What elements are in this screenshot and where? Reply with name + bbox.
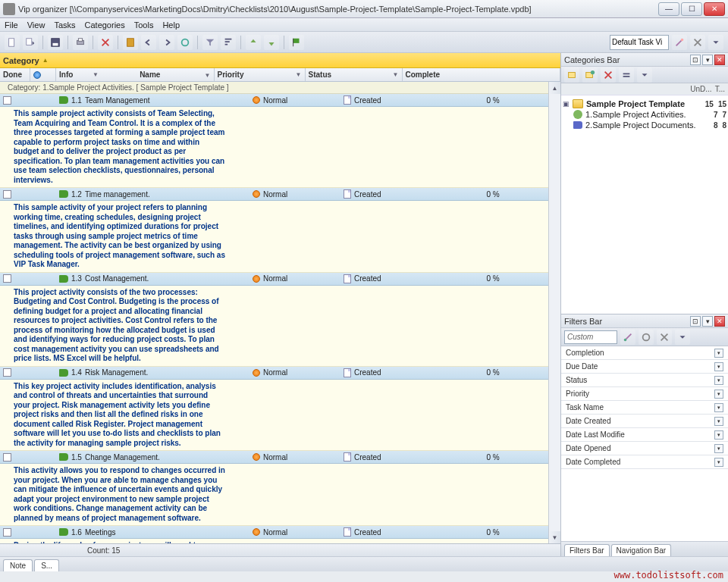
new-button[interactable] — [5, 35, 20, 50]
grid-scrollbar[interactable]: ▲ ▼ — [548, 82, 560, 543]
tab-navigation-bar[interactable]: Navigation Bar — [611, 544, 672, 556]
tree-node[interactable]: 2.Sample Project Documents.88 — [563, 120, 726, 130]
task-row[interactable]: 1.6 MeetingsNormalCreated0 % — [0, 526, 548, 539]
clear-button[interactable] — [690, 35, 705, 50]
priority-label: Normal — [263, 453, 287, 462]
task-num: 1.5 — [71, 453, 82, 462]
task-row[interactable]: 1.3 Cost Management.NormalCreated0 % — [0, 273, 548, 286]
save-button[interactable] — [48, 35, 63, 50]
cat-delete-icon[interactable] — [601, 67, 616, 83]
menu-tasks[interactable]: Tasks — [54, 20, 75, 30]
task-num: 1.2 — [71, 190, 82, 199]
filter-row[interactable]: Date Opened▾ — [561, 442, 728, 455]
new-dropdown-button[interactable] — [23, 35, 38, 50]
filters-pin-button[interactable]: ⊡ — [690, 316, 701, 327]
category-bar[interactable]: Category▲ — [0, 53, 560, 68]
cat-expand-icon[interactable] — [619, 67, 634, 83]
column-name-group: Info▼ Name ▼ — [56, 68, 215, 81]
menu-tools[interactable]: Tools — [134, 20, 154, 30]
tab-filters-bar[interactable]: Filters Bar — [564, 544, 610, 556]
chevron-down-icon[interactable]: ▾ — [714, 430, 723, 440]
flag-button[interactable] — [289, 35, 304, 50]
column-status[interactable]: Status▼ — [306, 68, 403, 81]
column-complete[interactable]: Complete — [403, 68, 561, 81]
scroll-down-arrow[interactable]: ▼ — [549, 531, 560, 543]
svg-rect-11 — [569, 72, 576, 77]
wand-button[interactable] — [672, 35, 687, 50]
delete-button[interactable] — [98, 35, 113, 50]
task-row[interactable]: 1.2 Time management.NormalCreated0 % — [0, 188, 548, 201]
info-icon — [33, 71, 41, 79]
column-done[interactable]: Done — [0, 68, 30, 81]
checkbox-icon[interactable] — [3, 190, 11, 199]
filter-row[interactable]: Date Completed▾ — [561, 455, 728, 469]
panel-pin-button[interactable]: ⊡ — [690, 55, 701, 65]
redo-button[interactable] — [159, 35, 174, 50]
sort-button[interactable] — [221, 35, 236, 50]
tree-node[interactable]: 1.Sample Project Activities.77 — [563, 109, 726, 120]
subcategory-row[interactable]: Category: 1.Sample Project Activities. [… — [0, 82, 548, 94]
maximize-button[interactable]: ☐ — [681, 2, 702, 16]
menu-file[interactable]: File — [5, 20, 18, 30]
priority-label: Normal — [263, 96, 287, 105]
cat-more-icon[interactable] — [637, 67, 652, 83]
checkbox-icon[interactable] — [3, 368, 11, 377]
filter-row[interactable]: Status▾ — [561, 374, 728, 387]
chevron-down-icon[interactable]: ▾ — [714, 362, 723, 371]
filters-close-button[interactable]: ✕ — [714, 316, 725, 327]
filter-button[interactable] — [202, 35, 218, 50]
chevron-down-icon[interactable]: ▾ — [714, 390, 723, 399]
menu-categories[interactable]: Categories — [85, 20, 125, 30]
filter-apply-icon[interactable] — [620, 330, 635, 345]
filter-row[interactable]: Priority▾ — [561, 387, 728, 401]
flag-icon — [59, 528, 68, 536]
cat-new-icon[interactable] — [564, 67, 579, 83]
column-info[interactable] — [30, 68, 56, 81]
menu-view[interactable]: View — [27, 20, 46, 30]
task-row[interactable]: 1.1 Team ManagementNormalCreated0 % — [0, 94, 548, 107]
filter-preset-combo[interactable]: Custom — [564, 330, 617, 344]
tab-note[interactable]: Note — [3, 559, 33, 571]
filter-row[interactable]: Completion▾ — [561, 346, 728, 360]
task-row[interactable]: 1.5 Change Management.NormalCreated0 % — [0, 451, 548, 464]
minimize-button[interactable]: — — [658, 2, 679, 16]
panel-dropdown-button[interactable]: ▾ — [702, 55, 713, 65]
chevron-down-icon[interactable]: ▾ — [714, 417, 723, 426]
clipboard-button[interactable] — [123, 35, 138, 50]
scroll-up-arrow[interactable]: ▲ — [549, 82, 560, 94]
dropdown-button[interactable] — [708, 35, 723, 50]
chevron-down-icon[interactable]: ▾ — [714, 458, 723, 467]
filter-row[interactable]: Date Created▾ — [561, 415, 728, 428]
cat-edit-icon[interactable] — [582, 67, 598, 83]
filter-row[interactable]: Due Date▾ — [561, 360, 728, 374]
column-priority[interactable]: Priority▼ — [215, 68, 306, 81]
close-button[interactable]: ✕ — [704, 2, 725, 16]
checkbox-icon[interactable] — [3, 96, 11, 105]
tree-node[interactable]: ▣Sample Project Template1515 — [563, 99, 726, 109]
filter-save-icon[interactable] — [639, 330, 654, 345]
panel-close-button[interactable]: ✕ — [714, 55, 725, 65]
document-icon — [344, 189, 351, 199]
chevron-down-icon[interactable]: ▾ — [714, 349, 723, 358]
checkbox-icon[interactable] — [3, 274, 11, 283]
checkbox-icon[interactable] — [3, 453, 11, 462]
filter-more-icon[interactable] — [675, 330, 690, 345]
checkbox-icon[interactable] — [3, 528, 11, 537]
task-row[interactable]: 1.4 Risk Management.NormalCreated0 % — [0, 367, 548, 380]
chevron-down-icon[interactable]: ▾ — [714, 376, 723, 385]
chevron-down-icon[interactable]: ▾ — [714, 403, 723, 412]
move-down-button[interactable] — [264, 35, 279, 50]
flag-icon — [59, 369, 68, 377]
view-combo[interactable]: Default Task Vi — [610, 35, 669, 50]
tab-s[interactable]: S... — [34, 559, 59, 571]
menu-help[interactable]: Help — [162, 20, 180, 30]
filter-row[interactable]: Task Name▾ — [561, 401, 728, 415]
chevron-down-icon[interactable]: ▾ — [714, 444, 723, 453]
print-button[interactable] — [73, 35, 88, 50]
move-up-button[interactable] — [246, 35, 261, 50]
undo-button[interactable] — [141, 35, 156, 50]
filter-row[interactable]: Date Last Modifie▾ — [561, 428, 728, 442]
refresh-button[interactable] — [177, 35, 193, 50]
filter-clear-icon[interactable] — [657, 330, 672, 345]
filters-dropdown-button[interactable]: ▾ — [702, 316, 713, 327]
